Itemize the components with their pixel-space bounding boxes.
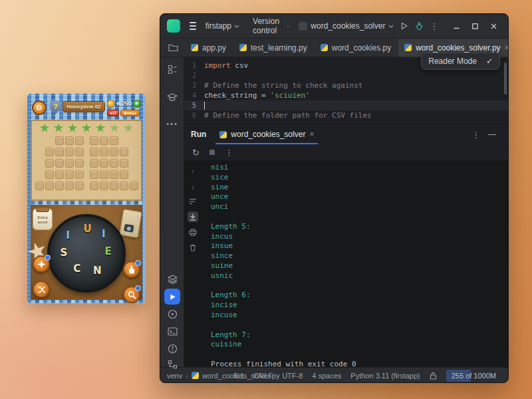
caret-position[interactable]: 5:1 [234,372,244,380]
word-slot-tile [100,182,108,190]
scroll-to-end-button[interactable] [188,211,198,222]
console-output-line [211,321,508,331]
game-settings-button[interactable]: ⚙ [32,100,47,115]
memory-indicator[interactable]: 255 of 1000M [446,370,501,382]
prev-occurrence-button[interactable]: ↑ [188,166,198,176]
run-button[interactable] [399,18,409,34]
soft-wrap-button[interactable] [188,196,198,207]
clear-console-button[interactable] [188,242,198,253]
wheel-letter-i[interactable]: I [102,228,106,240]
commit-tool-button[interactable] [164,61,180,77]
code-keyword: import [204,61,231,70]
services-tool-button[interactable] [164,271,180,287]
boost-count-badge [45,255,51,261]
reader-mode-popup[interactable]: Reader Mode ✓ [421,53,500,70]
console-output[interactable]: nisisicesineunceunci Length 5:incusinsue… [201,160,508,367]
letter-wheel[interactable]: IUISECN [47,214,126,293]
python-console-tool-button[interactable] [164,306,180,322]
structure-tool-button[interactable] [164,356,180,372]
tab-test-learning-py[interactable]: test_learning.py [233,39,313,57]
project-tool-button[interactable] [166,43,184,52]
play-icon [400,22,408,30]
wheel-letter-i[interactable]: I [66,229,70,241]
tab-word-cookies-py[interactable]: word_cookies.py [315,39,397,57]
word-slot-tile [90,136,98,145]
word-slot-tile [75,182,84,190]
learn-tool-button[interactable] [164,89,180,105]
console-output-line: suine [211,261,508,271]
hide-panel-button[interactable]: — [488,130,496,139]
wheel-letter-s[interactable]: S [60,247,67,259]
word-slot-group [45,148,84,156]
vcs-widget[interactable]: Version control [249,15,293,37]
editor-scrollbar[interactable] [504,63,507,94]
camera-icon [124,224,134,233]
photo-note-decoration [119,209,142,238]
level-star-icon [110,123,120,133]
console-output-line: usnic [211,271,508,281]
bonus-badge: Bonus [120,110,140,116]
wheel-letter-u[interactable]: U [84,223,92,235]
close-button[interactable] [485,18,501,34]
console-output-line: since [211,251,508,261]
run-tab-close-icon[interactable]: × [309,131,314,138]
print-button[interactable] [188,227,198,237]
pycharm-logo-icon [167,19,180,33]
hint-button[interactable] [123,286,140,303]
word-slot-tile [100,170,108,179]
run-tool-button[interactable] [164,289,180,305]
run-tab[interactable]: word_cookies_solver × [215,124,318,144]
chevron-down-icon [388,25,394,28]
tap-hint-button[interactable] [123,261,140,278]
memory-text: 255 of 1000M [452,372,496,380]
tab-label: word_cookies_solver.py [416,43,500,53]
firework-boost-button[interactable] [33,255,50,273]
interpreter-selector[interactable]: Python 3.11 (firstapp) [350,372,420,380]
console-info-line: Process finished with exit code 0 [211,360,508,367]
maximize-button[interactable] [467,18,483,34]
wheel-letter-e[interactable]: E [105,245,112,257]
indent-style[interactable]: 4 spaces [312,372,341,380]
wheel-letter-c[interactable]: C [73,263,80,275]
word-slot-group [90,148,128,156]
line-number: 4 [184,92,204,99]
breadcrumb-root[interactable]: venv [167,372,182,380]
run-tab-label: word_cookies_solver [231,130,305,139]
problems-tool-button[interactable] [164,340,180,356]
stop-button[interactable] [209,149,215,156]
tab-app-py[interactable]: app.py [185,39,232,57]
terminal-tool-button[interactable] [164,323,180,339]
lock-icon[interactable] [430,372,437,380]
file-encoding[interactable]: UTF-8 [282,372,303,380]
run-config-selector[interactable]: word_cookies_solver [299,21,394,31]
shuffle-button[interactable] [33,281,50,298]
line-ending[interactable]: CRLF [253,372,273,380]
extra-word-jar-button[interactable]: Extra word [33,208,53,230]
next-occurrence-button[interactable]: ↓ [188,181,198,192]
wheel-letter-n[interactable]: N [93,265,102,277]
multiplier-badge: x17 [107,110,119,116]
coin-counter[interactable]: 6,750 + [107,100,141,108]
word-slot-tile [100,148,108,156]
more-tool-windows-button[interactable]: ••• [164,116,180,132]
debug-button[interactable] [414,18,424,34]
word-slot-tile [90,159,98,168]
rerun-button[interactable]: ↻ [192,148,200,157]
add-coins-button[interactable]: + [133,100,141,108]
code-line: 6 # Define the folder path for CSV files [184,110,508,120]
main-menu-button[interactable] [190,22,196,30]
word-slot-group [90,159,128,168]
more-actions-button[interactable]: ⋮ [429,18,439,34]
minimize-button[interactable] [448,18,464,34]
tab-close-icon[interactable]: × [505,45,509,51]
line-number: 3 [184,82,204,89]
question-icon: ? [53,102,58,110]
tap-hint-count-badge [135,260,141,266]
level-star-icon [82,123,92,133]
run-more-button[interactable]: ⋮ [225,148,233,157]
run-panel: Run word_cookies_solver × ⋮ — ↻ [184,124,508,367]
project-widget[interactable]: firstapp [201,19,243,33]
daily-puzzle-badge[interactable]: ? [50,100,61,114]
run-options-button[interactable]: ⋮ [471,130,480,140]
console-output-line [211,350,508,360]
